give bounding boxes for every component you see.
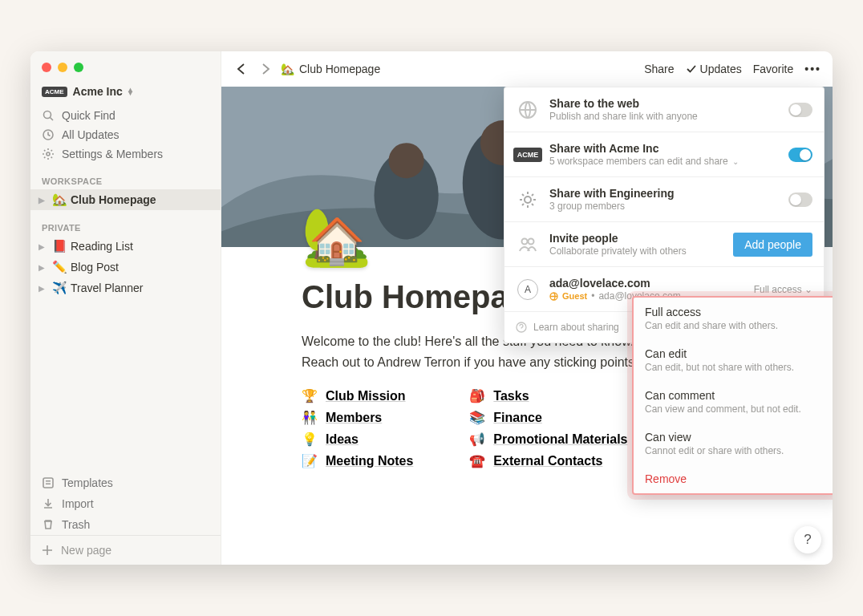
search-icon [42,109,55,122]
sidebar-trash[interactable]: Trash [30,514,221,535]
access-option-title: Can comment [645,389,828,402]
maximize-window-icon[interactable] [74,63,83,72]
share-to-web-row: Share to the web Publish and share link … [504,87,824,132]
more-menu-button[interactable]: ••• [804,63,821,75]
share-row-sub: Collaborate privately with others [549,245,723,257]
share-row-title: Share to the web [549,97,779,110]
page-emoji-icon: 🏡 [52,192,67,207]
svg-point-3 [47,152,50,156]
guest-badge: Guest [562,291,587,301]
sidebar-item-label: All Updates [62,128,120,141]
nav-forward-button[interactable] [257,60,274,78]
page-row-travel-planner[interactable]: ▶ ✈️ Travel Planner [30,278,221,298]
download-icon [42,497,55,510]
sidebar-import[interactable]: Import [30,493,221,514]
gear-icon [42,148,55,160]
sidebar-item-label: Import [62,497,94,510]
link-emoji-icon: 👫 [302,410,318,425]
avatar: A [516,278,540,302]
page-row-reading-list[interactable]: ▶ 📕 Reading List [30,236,221,257]
link-label: Meeting Notes [326,454,413,468]
svg-point-17 [529,238,534,244]
access-option-remove[interactable]: Remove [634,464,833,493]
link-emoji-icon: 📝 [302,453,318,468]
access-option-full-access[interactable]: Full access Can edit and share with othe… [634,298,833,339]
page-link-external-contacts[interactable]: ☎️External Contacts [469,453,627,468]
sidebar-quick-find[interactable]: Quick Find [30,106,221,125]
link-label: Club Mission [326,389,406,403]
sidebar-item-label: Settings & Members [62,148,163,160]
topbar-actions: Share Updates Favorite ••• [644,63,821,75]
new-page-button[interactable]: New page [30,535,221,565]
page-link-club-mission[interactable]: 🏆Club Mission [302,388,413,403]
link-emoji-icon: 📚 [469,410,485,425]
share-button[interactable]: Share [644,63,674,75]
chevron-down-icon: ⌄ [804,284,812,295]
breadcrumb-emoji-icon: 🏡 [281,63,294,75]
chevron-right-icon[interactable]: ▶ [38,196,48,205]
template-icon [42,476,55,489]
page-link-finance[interactable]: 📚Finance [469,410,627,425]
nav-back-button[interactable] [233,60,250,78]
access-option-can-edit[interactable]: Can edit Can edit, but not share with ot… [634,339,833,381]
share-row-sub: Publish and share link with anyone [549,111,779,122]
page-row-blog-post[interactable]: ▶ ✏️ Blog Post [30,257,221,278]
workspace-switcher[interactable]: ACME Acme Inc ▴▾ [30,83,221,106]
page-label: Travel Planner [71,282,144,294]
page-link-ideas[interactable]: 💡Ideas [302,432,413,447]
share-workspace-row: ACME Share with Acme Inc 5 workspace mem… [504,132,824,177]
close-window-icon[interactable] [42,63,51,72]
share-row-sub[interactable]: 5 workspace members can edit and share ⌄ [549,156,779,167]
access-option-title: Can edit [645,347,828,360]
learn-label: Learn about sharing [533,322,619,333]
chevron-down-icon: ⌄ [732,157,739,166]
share-group-toggle[interactable] [788,192,812,207]
chevron-right-icon[interactable]: ▶ [38,263,48,272]
breadcrumb-label: Club Homepage [299,63,380,75]
link-label: External Contacts [493,454,602,468]
page-row-club-homepage[interactable]: ▶ 🏡 Club Homepage [30,189,221,210]
svg-point-16 [522,238,528,244]
link-label: Ideas [326,432,359,447]
page-label: Reading List [71,240,133,253]
gear-icon [516,188,540,212]
access-option-sub: Can view and comment, but not edit. [645,403,828,415]
page-link-meeting-notes[interactable]: 📝Meeting Notes [302,453,413,468]
access-option-can-comment[interactable]: Can comment Can view and comment, but no… [634,381,833,423]
guest-access-dropdown[interactable]: Full access ⌄ [754,284,812,295]
access-option-can-view[interactable]: Can view Cannot edit or share with other… [634,423,833,464]
favorite-button[interactable]: Favorite [753,63,794,75]
page-emoji-icon: ✏️ [52,260,67,274]
link-label: Members [326,411,382,425]
page-link-members[interactable]: 👫Members [302,410,413,425]
page-link-tasks[interactable]: 🎒Tasks [469,388,627,403]
link-emoji-icon: ☎️ [469,453,485,468]
chevron-updown-icon: ▴▾ [128,88,132,95]
page-link-promotional-materials[interactable]: 📢Promotional Materials [469,432,627,447]
breadcrumb[interactable]: 🏡 Club Homepage [281,63,380,75]
globe-icon [549,292,558,301]
workspace-icon: ACME [42,87,67,97]
sidebar-templates[interactable]: Templates [30,472,221,493]
sidebar-settings[interactable]: Settings & Members [30,144,221,164]
share-to-web-toggle[interactable] [788,103,812,117]
help-icon [516,322,527,333]
help-button[interactable]: ? [794,526,821,553]
share-row-title: Share with Acme Inc [549,142,779,155]
people-icon [516,233,540,257]
clock-icon [42,128,55,141]
window-controls [30,51,221,83]
minimize-window-icon[interactable] [58,63,67,72]
invite-people-row: Invite people Collaborate privately with… [504,222,824,267]
share-workspace-toggle[interactable] [788,148,812,162]
updates-button[interactable]: Updates [686,63,742,75]
svg-rect-4 [43,478,53,488]
chevron-right-icon[interactable]: ▶ [38,284,48,293]
add-people-button[interactable]: Add people [733,233,812,257]
sidebar-all-updates[interactable]: All Updates [30,125,221,144]
updates-label: Updates [700,63,742,75]
page-label: Club Homepage [71,193,156,206]
chevron-right-icon[interactable]: ▶ [38,242,48,251]
access-option-sub: Cannot edit or share with others. [645,445,828,456]
share-row-title: Invite people [549,232,723,245]
